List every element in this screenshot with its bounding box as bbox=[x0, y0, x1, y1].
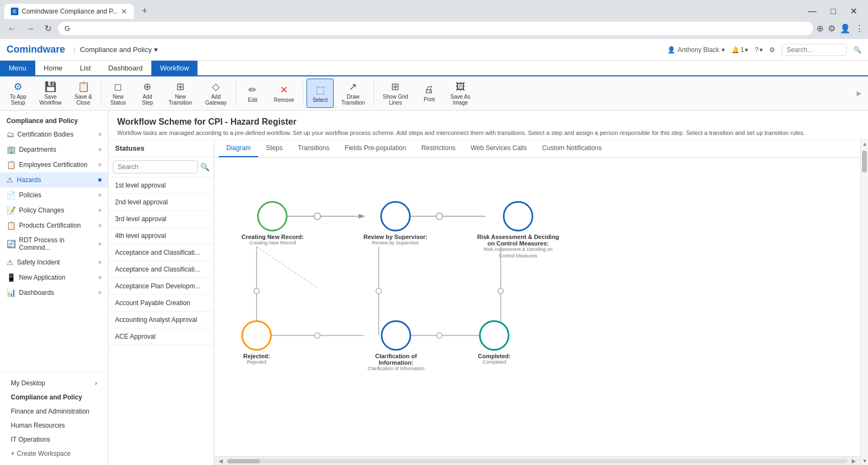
bottom-item-compliance[interactable]: Compliance and Policy bbox=[4, 390, 104, 404]
tab-restrictions[interactable]: Restrictions bbox=[414, 140, 463, 157]
diagram-canvas[interactable]: Creating New Record: Creating New Record… bbox=[214, 158, 860, 456]
sidebar-item-rdt-process[interactable]: 🔄 RDT Process in Cominnd... bbox=[0, 233, 108, 255]
node-risk-assessment[interactable]: Risk Assessment & Deciding on Control Me… bbox=[475, 201, 561, 259]
tab-dashboard[interactable]: Dashboard bbox=[99, 61, 151, 75]
scroll-right[interactable]: ▶ bbox=[857, 79, 864, 108]
status-item[interactable]: Acceptance and Classificati... bbox=[108, 244, 214, 261]
notifications[interactable]: 🔔 1 ▾ bbox=[731, 46, 749, 54]
node-creating-new-record[interactable]: Creating New Record: Creating New Record bbox=[241, 201, 304, 247]
tab-home[interactable]: Home bbox=[35, 61, 72, 75]
horizontal-scrollbar[interactable]: ◀ ▶ bbox=[214, 456, 860, 465]
node-clarification[interactable]: Clarification of Information: Clarificat… bbox=[358, 320, 434, 372]
tab-fields-prepopulation[interactable]: Fields Pre-population bbox=[337, 140, 413, 157]
scroll-left-button[interactable]: ◀ bbox=[216, 458, 225, 464]
extensions-icon[interactable]: ⊕ bbox=[816, 23, 824, 34]
statuses-search-input[interactable] bbox=[113, 160, 198, 173]
tab-list[interactable]: List bbox=[71, 61, 99, 75]
node-circle bbox=[380, 201, 411, 231]
select-button[interactable]: ⬚ Select bbox=[307, 79, 334, 108]
print-label: Print bbox=[424, 96, 435, 102]
add-step-button[interactable]: ⊕ AddStep bbox=[134, 79, 161, 108]
app-settings[interactable]: ⚙ bbox=[769, 46, 775, 54]
menu-icon[interactable]: ⋮ bbox=[855, 23, 864, 34]
header-search-icon[interactable]: 🔍 bbox=[853, 46, 861, 54]
tab-web-services[interactable]: Web Services Calls bbox=[463, 140, 534, 157]
status-item[interactable]: 1st level approval bbox=[108, 177, 214, 194]
app-section-dropdown[interactable]: Compliance and Policy ▾ bbox=[80, 46, 157, 54]
user-menu[interactable]: 👤 Anthony Black ▾ bbox=[667, 46, 725, 54]
browser-tab[interactable]: C Comindware Compliance and P... ✕ bbox=[4, 4, 134, 19]
url-bar[interactable]: G bbox=[58, 22, 813, 35]
scroll-up-button[interactable]: ▲ bbox=[861, 140, 868, 148]
node-rejected[interactable]: Rejected: Rejected bbox=[241, 320, 272, 366]
add-step-label: AddStep bbox=[142, 94, 153, 106]
sidebar-item-products-certification[interactable]: 📋 Products Certification bbox=[0, 218, 108, 233]
status-item[interactable]: 2nd level approval bbox=[108, 194, 214, 211]
close-tab-icon[interactable]: ✕ bbox=[121, 7, 127, 16]
content-split: Statuses 🔍 1st level approval 2nd level … bbox=[108, 140, 868, 465]
scroll-down-button[interactable]: ▼ bbox=[861, 457, 868, 465]
bottom-item-hr[interactable]: Human Resources bbox=[4, 418, 104, 432]
user-name: Anthony Black bbox=[678, 46, 719, 54]
new-transition-button[interactable]: ⊞ NewTransition bbox=[163, 79, 198, 108]
remove-icon: ✕ bbox=[280, 84, 288, 96]
save-close-button[interactable]: 📋 Save &Close bbox=[69, 79, 98, 108]
sidebar-item-hazards[interactable]: ⚠ Hazards bbox=[0, 172, 108, 188]
sidebar-item-dashboards[interactable]: 📊 Dashboards bbox=[0, 285, 108, 300]
status-item[interactable]: 3rd level approval bbox=[108, 211, 214, 228]
node-review-supervisor[interactable]: Review by Supervisor: Review by Supervis… bbox=[363, 201, 427, 247]
tab-transitions[interactable]: Transitions bbox=[290, 140, 337, 157]
profile-icon[interactable]: 👤 bbox=[840, 23, 851, 34]
notif-arrow: ▾ bbox=[745, 46, 748, 54]
save-workflow-button[interactable]: 💾 SaveWorkflow bbox=[34, 79, 67, 108]
bottom-item-my-desktop[interactable]: My Desktop › bbox=[4, 376, 104, 390]
new-tab-button[interactable]: + bbox=[137, 3, 152, 19]
draw-transition-button[interactable]: ↗ DrawTransition bbox=[336, 79, 371, 108]
node-label: Rejected: bbox=[243, 353, 270, 359]
print-button[interactable]: 🖨 Print bbox=[416, 79, 443, 108]
sidebar-item-departments[interactable]: 🏢 Departments bbox=[0, 142, 108, 157]
tab-steps[interactable]: Steps bbox=[258, 140, 290, 157]
show-grid-button[interactable]: ⊞ Show GridLines bbox=[378, 79, 414, 108]
forward-button[interactable]: → bbox=[23, 22, 38, 36]
header-search-input[interactable] bbox=[782, 44, 847, 56]
scroll-right-button[interactable]: ▶ bbox=[850, 458, 858, 464]
tab-menu[interactable]: Menu bbox=[0, 61, 35, 75]
back-button[interactable]: ← bbox=[4, 22, 20, 36]
sidebar-item-certification-bodies[interactable]: 🗂 Certification Bodies bbox=[0, 127, 108, 142]
status-item[interactable]: ACE Approval bbox=[108, 328, 214, 345]
nav-tabs: Menu Home List Dashboard Workflow bbox=[0, 61, 868, 76]
add-gateway-button[interactable]: ◇ AddGateway bbox=[200, 79, 232, 108]
create-workspace[interactable]: + Create Workspace bbox=[4, 447, 104, 461]
sidebar-item-new-application[interactable]: 📱 New Application bbox=[0, 270, 108, 285]
sidebar-item-employees-certification[interactable]: 📋 Employees Certification bbox=[0, 157, 108, 172]
close-button[interactable]: ✕ bbox=[844, 4, 864, 18]
status-item[interactable]: Account Payable Creation bbox=[108, 295, 214, 312]
tab-workflow[interactable]: Workflow bbox=[151, 61, 197, 75]
status-item[interactable]: 4th level approval bbox=[108, 228, 214, 244]
tab-custom-notifications[interactable]: Custom Notifications bbox=[534, 140, 609, 157]
node-sublabel: Review by Supervisor bbox=[372, 240, 419, 247]
remove-button[interactable]: ✕ Remove bbox=[269, 79, 299, 108]
node-sublabel: Risk Assessment & Deciding on Control Me… bbox=[480, 247, 556, 259]
help[interactable]: ? ▾ bbox=[755, 46, 763, 54]
maximize-button[interactable]: □ bbox=[824, 4, 843, 18]
bottom-item-finance[interactable]: Finance and Administration bbox=[4, 404, 104, 418]
minimize-button[interactable]: — bbox=[801, 4, 823, 18]
sidebar-item-policy-changes[interactable]: 📝 Policy Changes bbox=[0, 203, 108, 218]
tab-diagram[interactable]: Diagram bbox=[219, 140, 258, 157]
refresh-button[interactable]: ↻ bbox=[41, 21, 55, 36]
sidebar-item-policies[interactable]: 📄 Policies bbox=[0, 188, 108, 203]
status-item[interactable]: Acceptance Plan Developm... bbox=[108, 278, 214, 295]
bottom-item-it[interactable]: IT Operations bbox=[4, 432, 104, 447]
save-as-image-button[interactable]: 🖼 Save AsImage bbox=[445, 79, 476, 108]
new-status-button[interactable]: ◻ NewStatus bbox=[105, 79, 132, 108]
to-app-setup-button[interactable]: ⚙ To AppSetup bbox=[4, 79, 32, 108]
settings-icon[interactable]: ⚙ bbox=[828, 23, 835, 34]
sidebar-item-safety-incident[interactable]: ⚠ Safety Incident bbox=[0, 255, 108, 270]
status-item[interactable]: Acceptance and Classificati... bbox=[108, 261, 214, 278]
statuses-scrollbar[interactable]: ▲ ▼ bbox=[860, 140, 868, 465]
edit-button[interactable]: ✏ Edit bbox=[239, 79, 266, 108]
node-completed[interactable]: Completed: Completed bbox=[478, 320, 511, 366]
status-item[interactable]: Accounting Analyst Approval bbox=[108, 312, 214, 328]
